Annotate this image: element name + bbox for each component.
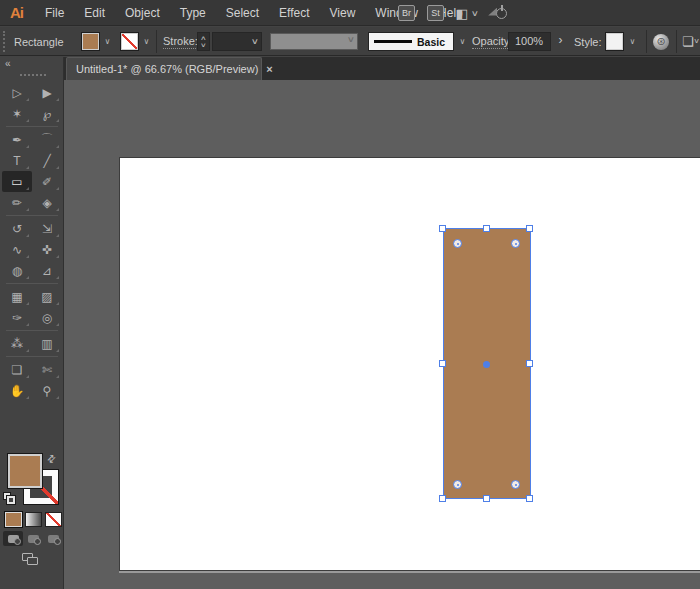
eyedropper-tool[interactable]: ✑ (2, 307, 32, 328)
draw-inside-button[interactable] (43, 531, 63, 546)
selection-handle-top-left[interactable] (439, 225, 446, 232)
swap-fill-stroke-icon[interactable]: ⇄ (44, 452, 58, 466)
selection-handle-middle-left[interactable] (439, 360, 446, 367)
object-center-point[interactable] (483, 361, 490, 368)
brush-definition-dropdown[interactable]: Basic (368, 32, 454, 51)
arrange-documents-icon[interactable]: ❏ (682, 34, 694, 49)
stroke-weight-label[interactable]: Stroke: (163, 35, 198, 49)
brushes-panel-button[interactable]: Br (398, 5, 415, 21)
blend-tool[interactable]: ◎ (32, 307, 62, 328)
pencil-tool[interactable]: ✏ (2, 192, 32, 213)
menu-effect[interactable]: Effect (269, 0, 319, 26)
lasso-tool[interactable]: ℘ (32, 103, 62, 124)
magic-wand-tool[interactable]: ✶ (2, 103, 32, 124)
perspective-grid-tool[interactable]: ⊿ (32, 260, 62, 281)
stepper-down-icon[interactable]: ∨ (200, 42, 207, 49)
brush-chevron-icon[interactable]: ∨ (455, 33, 470, 50)
collapse-panel-icon[interactable]: « (5, 58, 11, 69)
selection-handle-bottom-center[interactable] (483, 495, 490, 502)
tool-grid: ▷ ▶ ✶ ℘ ✒ ⌒ T ╱ ▭ ✐ ✏ ◈ ↺ ⇲ ∿ ✜ ◍ ⊿ ▦ ▨ … (2, 82, 62, 401)
graphic-style-swatch[interactable] (606, 33, 623, 50)
fill-chevron-icon[interactable]: ∨ (100, 33, 115, 50)
stroke-weight-dropdown[interactable]: ∨ (212, 32, 262, 51)
panel-grip[interactable] (20, 74, 46, 76)
selection-handle-top-center[interactable] (483, 225, 490, 232)
none-button[interactable] (45, 512, 62, 527)
rectangle-tool[interactable]: ▭ (2, 171, 32, 192)
graphic-styles-panel-button[interactable]: St (427, 5, 444, 21)
default-fill-stroke-icon[interactable] (3, 492, 17, 506)
draw-inside-icon (48, 535, 59, 543)
draw-normal-button[interactable] (3, 531, 23, 546)
column-graph-tool[interactable]: ▥ (32, 333, 62, 354)
panel-grip[interactable] (3, 31, 5, 52)
zoom-tool[interactable]: ⚲ (32, 380, 62, 401)
stepper-up-icon[interactable]: ∧ (200, 35, 207, 42)
drawing-mode-buttons (0, 531, 64, 546)
active-tool-label: Rectangle (14, 36, 64, 48)
brush-stroke-preview (374, 40, 412, 43)
gradient-button[interactable] (25, 512, 42, 527)
style-chevron-icon[interactable]: ∨ (625, 33, 640, 50)
menu-file[interactable]: File (35, 0, 74, 26)
recolor-artwork-icon[interactable]: ⊛ (653, 34, 669, 50)
gpu-performance-icon[interactable] (496, 8, 507, 19)
opacity-input[interactable]: 100% (508, 32, 551, 51)
hand-tool[interactable]: ✋ (2, 380, 32, 401)
selection-handle-top-right[interactable] (526, 225, 533, 232)
width-profile-dropdown[interactable]: ∨ (270, 33, 358, 50)
tools-panel: « ▷ ▶ ✶ ℘ ✒ ⌒ T ╱ ▭ ✐ ✏ ◈ ↺ ⇲ ∿ ✜ ◍ ⊿ ▦ … (0, 57, 64, 589)
type-tool[interactable]: T (2, 150, 32, 171)
scale-tool[interactable]: ⇲ (32, 218, 62, 239)
separator (646, 30, 647, 53)
shape-builder-tool[interactable]: ◍ (2, 260, 32, 281)
artboard[interactable] (119, 157, 700, 571)
gradient-tool[interactable]: ▨ (32, 286, 62, 307)
live-corner-widget[interactable] (453, 480, 462, 489)
direct-selection-tool[interactable]: ▶ (32, 82, 62, 103)
stroke-color-swatch[interactable] (121, 33, 138, 50)
puppet-warp-tool[interactable]: ✜ (32, 239, 62, 260)
draw-behind-button[interactable] (23, 531, 43, 546)
menu-view[interactable]: View (320, 0, 366, 26)
selection-tool[interactable]: ▷ (2, 82, 32, 103)
stroke-weight-stepper[interactable]: ∧ ∨ (197, 32, 210, 51)
paintbrush-tool[interactable]: ✐ (32, 171, 62, 192)
selection-handle-bottom-right[interactable] (526, 495, 533, 502)
width-tool[interactable]: ∿ (2, 239, 32, 260)
menu-object[interactable]: Object (115, 0, 170, 26)
selection-handle-middle-right[interactable] (526, 360, 533, 367)
document-tab[interactable]: Untitled-1* @ 66.67% (RGB/Preview) × (66, 57, 262, 80)
close-tab-icon[interactable]: × (266, 63, 272, 75)
mesh-tool[interactable]: ▦ (2, 286, 32, 307)
artboard-tool[interactable]: ❏ (2, 359, 32, 380)
live-corner-widget[interactable] (511, 239, 520, 248)
fill-color-swatch[interactable] (82, 33, 99, 50)
workspace-switcher[interactable]: ◧ ∨ (456, 7, 478, 20)
live-corner-widget[interactable] (453, 239, 462, 248)
document-tab-strip: Untitled-1* @ 66.67% (RGB/Preview) × (64, 57, 700, 80)
chevron-down-icon[interactable]: ∨ (693, 37, 700, 45)
chevron-down-icon: ∨ (347, 35, 355, 44)
canvas-area[interactable] (64, 80, 700, 589)
slice-tool[interactable]: ✄ (32, 359, 62, 380)
color-button[interactable] (5, 512, 22, 527)
chevron-down-icon[interactable]: ∨ (251, 33, 259, 50)
change-screen-mode-button[interactable] (22, 553, 38, 565)
opacity-label[interactable]: Opacity: (472, 35, 512, 49)
symbol-sprayer-tool[interactable]: ⁂ (2, 333, 32, 354)
stroke-chevron-icon[interactable]: ∨ (139, 33, 154, 50)
eraser-tool[interactable]: ◈ (32, 192, 62, 213)
menu-select[interactable]: Select (216, 0, 269, 26)
live-corner-widget[interactable] (511, 480, 520, 489)
menu-type[interactable]: Type (170, 0, 216, 26)
pen-tool[interactable]: ✒ (2, 129, 32, 150)
line-segment-tool[interactable]: ╱ (32, 150, 62, 171)
menu-edit[interactable]: Edit (74, 0, 115, 26)
curvature-tool[interactable]: ⌒ (32, 129, 62, 150)
opacity-expand-button[interactable]: › (553, 32, 568, 51)
rotate-tool[interactable]: ↺ (2, 218, 32, 239)
selection-handle-bottom-left[interactable] (439, 495, 446, 502)
brush-name-label: Basic (417, 36, 445, 48)
fill-indicator[interactable] (8, 454, 42, 488)
